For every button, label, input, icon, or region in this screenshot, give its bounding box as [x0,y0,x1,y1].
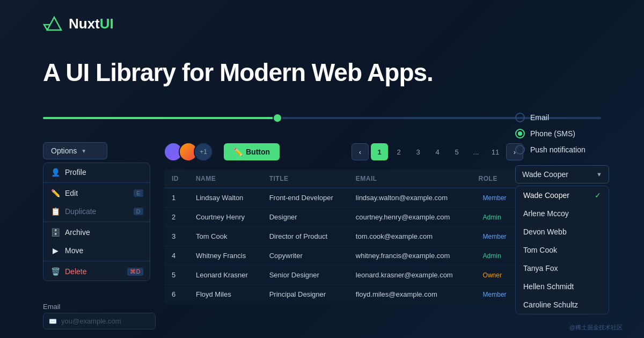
table-row: 6 Floyd Miles Principal Designer floyd.m… [164,285,523,304]
button-edit-icon: ✏️ [233,148,243,156]
table-row: 1 Lindsay Walton Front-end Developer lin… [164,188,523,208]
col-name: Name [188,170,262,188]
cell-name: Tom Cook [188,227,262,246]
move-icon: ▶ [51,246,60,255]
col-title: Title [262,170,348,188]
menu-label-profile: Profile [65,168,86,177]
col-id: Id [164,170,188,188]
nuxt-logo-icon [43,15,63,32]
select-current-value: Wade Cooper [522,170,568,179]
select-option-tanya-fox[interactable]: Tanya Fox [516,259,609,277]
left-panel: Options ▼ 👤 Profile ✏️ Edit E 📋 Duplicat… [43,142,156,308]
menu-label-archive: Archive [65,228,90,237]
cell-id: 6 [164,285,188,304]
header: NuxtUI [43,15,114,32]
cell-email: courtney.henry@example.com [348,208,471,227]
logo-text: NuxtUI [69,16,114,32]
menu-divider-3 [43,261,150,261]
pagination-page-5[interactable]: 5 [448,143,465,160]
pagination-ellipsis: ... [467,143,485,160]
radio-label-phone: Phone (SMS) [530,129,575,138]
cell-email: lindsay.walton@example.com [348,188,471,208]
pagination-prev[interactable]: ‹ [352,143,369,160]
options-button[interactable]: Options ▼ [43,142,107,159]
radio-circle-phone [515,129,525,138]
select-trigger[interactable]: Wade Cooper ▼ [515,165,609,183]
radio-phone[interactable]: Phone (SMS) [515,129,623,138]
menu-label-edit: Edit [65,189,78,197]
archive-icon: 🗄️ [51,228,60,237]
slider-thumb[interactable] [273,113,282,123]
menu-item-profile[interactable]: 👤 Profile [43,163,150,181]
menu-item-edit[interactable]: ✏️ Edit E [43,184,150,202]
email-label: Email [43,303,156,311]
select-option-label: Arlene Mccoy [523,209,569,218]
cell-name: Lindsay Walton [188,188,262,208]
select-option-wade-cooper[interactable]: Wade Cooper✓ [516,186,609,204]
center-panel: +1 ✏️ Button ‹ 1 2 3 4 5 ... 11 › Id Nam… [164,142,523,317]
radio-email[interactable]: Email [515,113,623,122]
table-row: 2 Courtney Henry Designer courtney.henry… [164,208,523,227]
select-option-devon-webb[interactable]: Devon Webb [516,223,609,241]
menu-label-delete: Delete [65,267,86,276]
cell-title: Front-end Developer [262,188,348,208]
menu-label-duplicate: Duplicate [65,207,96,216]
pagination-page-4[interactable]: 4 [429,143,446,160]
edit-icon: ✏️ [51,189,60,197]
cell-name: Courtney Henry [188,208,262,227]
menu-item-move[interactable]: ▶ Move [43,241,150,260]
button-label: Button [246,148,270,156]
menu-divider-1 [43,182,150,183]
pagination-page-3[interactable]: 3 [409,143,427,160]
cell-name: Floyd Miles [188,285,262,304]
select-option-label: Tom Cook [523,246,557,254]
select-option-hellen-schmidt[interactable]: Hellen Schmidt [516,277,609,296]
primary-button[interactable]: ✏️ Button [224,143,280,160]
pagination: ‹ 1 2 3 4 5 ... 11 › [352,143,523,160]
table-row: 4 Whitney Francis Copywriter whitney.fra… [164,246,523,266]
avatar-group: +1 [164,142,213,161]
email-placeholder: you@example.com [61,317,121,325]
cell-email: whitney.francis@example.com [348,246,471,266]
menu-item-archive[interactable]: 🗄️ Archive [43,223,150,241]
select-option-caroline-schultz[interactable]: Caroline Schultz [516,296,609,314]
cell-id: 4 [164,246,188,266]
cell-name: Whitney Francis [188,246,262,266]
menu-item-delete[interactable]: 🗑️ Delete ⌘D [43,262,150,281]
menu-divider-2 [43,222,150,222]
menu-item-duplicate[interactable]: 📋 Duplicate D [43,202,150,221]
cell-title: Copywriter [262,246,348,266]
table-row: 5 Leonard Krasner Senior Designer leonar… [164,266,523,285]
slider-fill [43,117,277,119]
cell-email: tom.cook@example.com [348,227,471,246]
menu-label-move: Move [65,246,83,255]
duplicate-icon: 📋 [51,207,60,216]
pagination-page-1[interactable]: 1 [371,143,388,160]
select-dropdown: Wade Cooper✓Arlene MccoyDevon WebbTom Co… [515,186,609,314]
select-option-arlene-mccoy[interactable]: Arlene Mccoy [516,204,609,223]
cell-title: Director of Product [262,227,348,246]
email-icon: ✉️ [49,318,57,325]
watermark: @稀土掘金技术社区 [569,324,623,332]
select-container: Wade Cooper ▼ Wade Cooper✓Arlene MccoyDe… [515,165,623,314]
email-input[interactable]: ✉️ you@example.com [43,313,156,329]
pagination-page-2[interactable]: 2 [390,143,407,160]
data-table: Id Name Title Email Role 1 Lindsay Walto… [164,169,523,304]
delete-kbd: ⌘D [127,268,143,276]
avatar-count: +1 [194,142,213,161]
select-option-label: Wade Cooper [523,191,569,200]
radio-label-push: Push notification [530,145,586,154]
select-option-tom-cook[interactable]: Tom Cook [516,241,609,259]
cell-id: 5 [164,266,188,285]
select-option-label: Hellen Schmidt [523,282,574,291]
email-section: Email ✉️ you@example.com [43,303,156,329]
select-chevron-icon: ▼ [596,171,602,178]
radio-push[interactable]: Push notification [515,145,623,155]
cell-title: Principal Designer [262,285,348,304]
pagination-page-11[interactable]: 11 [487,143,504,160]
toolbar-row: +1 ✏️ Button ‹ 1 2 3 4 5 ... 11 › [164,142,523,161]
radio-circle-push [515,145,525,155]
select-option-label: Caroline Schultz [523,300,578,309]
radio-circle-email [515,113,525,122]
cell-title: Designer [262,208,348,227]
